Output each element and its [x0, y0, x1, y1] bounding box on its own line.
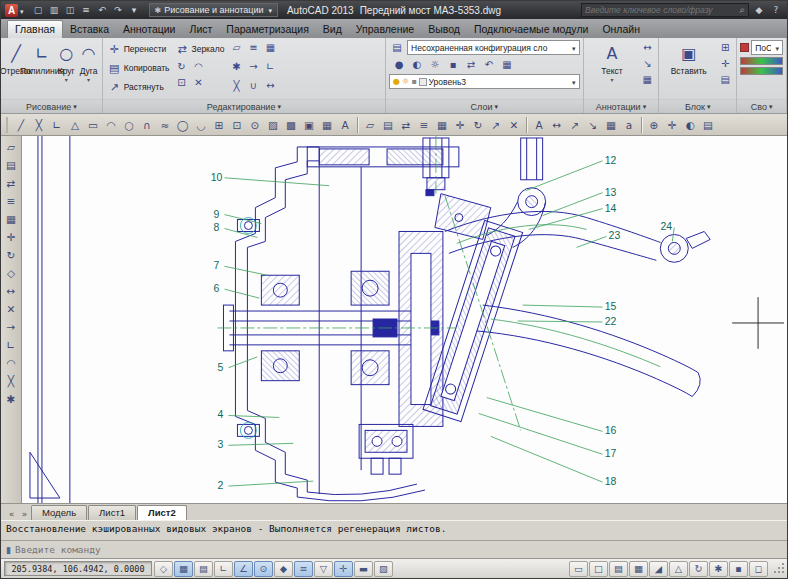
- leader-icon[interactable]: ↘: [584, 116, 602, 134]
- customize-quick-access-icon[interactable]: ▾: [127, 3, 142, 17]
- erase-icon[interactable]: ▱: [361, 116, 379, 134]
- polygon-icon[interactable]: △: [66, 116, 84, 134]
- mirror-icon[interactable]: ⇄: [397, 116, 415, 134]
- mirror-icon[interactable]: ⇄: [2, 174, 20, 191]
- arc-button[interactable]: ◠ Дуга ▾: [78, 40, 98, 97]
- osnap3d-toggle[interactable]: ◆: [274, 561, 293, 577]
- multileader-icon[interactable]: ↘: [639, 56, 655, 71]
- offset-icon[interactable]: ≡: [415, 116, 433, 134]
- quickview-layouts-button[interactable]: ▤: [609, 561, 628, 577]
- layer-match-icon[interactable]: ⇄: [463, 57, 479, 72]
- panel-label-draw[interactable]: Рисование: [1, 99, 102, 113]
- rotate-icon[interactable]: ↻: [2, 246, 20, 263]
- cleanscreen-button[interactable]: ◻: [749, 561, 768, 577]
- copy-icon[interactable]: ▤: [2, 156, 20, 173]
- dimension-icon[interactable]: ↔: [639, 40, 655, 55]
- toolbar-grip[interactable]: [6, 117, 9, 133]
- layer-walk-icon[interactable]: ▦: [499, 57, 515, 72]
- break-icon[interactable]: ∟: [263, 59, 279, 74]
- chamfer-icon[interactable]: ╳: [229, 78, 245, 93]
- tab-output[interactable]: Вывод: [421, 21, 467, 38]
- rectangle-icon[interactable]: ▭: [84, 116, 102, 134]
- move-icon[interactable]: ✛: [451, 116, 469, 134]
- dyn-toggle[interactable]: ✛: [334, 561, 353, 577]
- extend-icon[interactable]: →: [246, 59, 262, 74]
- exchange-icon[interactable]: ◆: [752, 3, 766, 17]
- model-space-button[interactable]: ▭: [569, 561, 588, 577]
- tab-manage[interactable]: Управление: [349, 21, 421, 38]
- drawing-canvas[interactable]: 109876543212131423241522161718: [22, 136, 787, 503]
- revcloud-icon[interactable]: ∩: [138, 116, 156, 134]
- tab-annotate[interactable]: Аннотации: [116, 21, 183, 38]
- array-icon[interactable]: ▦: [263, 40, 279, 55]
- properties-palette-icon[interactable]: ▤: [699, 116, 717, 134]
- layer-lock-tool-icon[interactable]: ▪: [445, 57, 461, 72]
- layout-tab-model[interactable]: Модель: [31, 505, 87, 520]
- mirror-button[interactable]: ⇄ Зеркало: [174, 40, 227, 58]
- tab-plugins[interactable]: Подключаемые модули: [467, 21, 595, 38]
- stretch-button[interactable]: ↗ Растянуть: [106, 78, 172, 96]
- transparency-toggle[interactable]: ▨: [374, 561, 393, 577]
- insert-block-icon[interactable]: ⊞: [210, 116, 228, 134]
- rotate-icon[interactable]: ↻: [174, 59, 190, 74]
- workspace-dropdown[interactable]: ✱ Рисование и аннотации: [149, 3, 279, 17]
- panel-label-layers[interactable]: Слои: [386, 99, 583, 113]
- scale-icon[interactable]: ⊡: [174, 75, 190, 90]
- lwt-toggle[interactable]: ▬: [354, 561, 373, 577]
- plot-icon[interactable]: ≡: [79, 3, 94, 17]
- first-layout-icon[interactable]: «: [5, 507, 18, 520]
- autoscale-button[interactable]: ↻: [689, 561, 708, 577]
- search-input[interactable]: [585, 5, 739, 15]
- spline-icon[interactable]: ≈: [156, 116, 174, 134]
- pan-icon[interactable]: ✛: [663, 116, 681, 134]
- polar-toggle[interactable]: ∠: [234, 561, 253, 577]
- fillet-icon[interactable]: ◠: [2, 354, 20, 371]
- annotation-visibility-button[interactable]: △: [669, 561, 688, 577]
- rotate-icon[interactable]: ↻: [469, 116, 487, 134]
- infer-constraints-toggle[interactable]: ◇: [154, 561, 173, 577]
- stretch-icon[interactable]: ↔: [2, 282, 20, 299]
- undo-icon[interactable]: ↶: [95, 3, 110, 17]
- offset-icon[interactable]: ≡: [246, 40, 262, 55]
- dim-aligned-icon[interactable]: ↗: [566, 116, 584, 134]
- orbit-icon[interactable]: ◐: [681, 116, 699, 134]
- command-input-row[interactable]: ▮: [1, 540, 787, 558]
- line-icon[interactable]: ╱: [12, 116, 30, 134]
- arc-icon[interactable]: ◠: [102, 116, 120, 134]
- join-icon[interactable]: ∪: [246, 78, 262, 93]
- circle-button[interactable]: ○ Круг ▾: [56, 40, 76, 97]
- explode-icon[interactable]: ✱: [229, 59, 245, 74]
- layer-previous-icon[interactable]: ↶: [481, 57, 497, 72]
- layer-freeze-icon[interactable]: ☼: [427, 57, 443, 72]
- copy-icon[interactable]: ▤: [379, 116, 397, 134]
- ducs-toggle[interactable]: ▽: [314, 561, 333, 577]
- text-button[interactable]: A Текст ▾: [587, 40, 638, 97]
- edit-block-icon[interactable]: ✛: [717, 56, 733, 71]
- panel-label-properties[interactable]: Сво: [737, 99, 786, 113]
- qnew-icon[interactable]: ▢: [31, 3, 46, 17]
- linetype-chip[interactable]: [740, 57, 783, 65]
- polyline-icon[interactable]: ∟: [48, 116, 66, 134]
- coordinates-display[interactable]: 205.9384, 106.4942, 0.0000: [4, 561, 152, 576]
- erase-icon[interactable]: ▱: [229, 40, 245, 55]
- object-color-dropdown[interactable]: ПоС: [751, 40, 783, 55]
- command-input[interactable]: [15, 544, 782, 555]
- array-icon[interactable]: ▦: [433, 116, 451, 134]
- layout-tab-list1[interactable]: Лист1: [88, 505, 136, 520]
- tab-layout[interactable]: Лист: [183, 21, 220, 38]
- application-menu-button[interactable]: A: [5, 4, 24, 17]
- panel-label-block[interactable]: Блок: [659, 99, 736, 113]
- ellipse-arc-icon[interactable]: ◡: [192, 116, 210, 134]
- mtext-icon[interactable]: A: [336, 116, 354, 134]
- break-icon[interactable]: ∟: [2, 336, 20, 353]
- grid-toggle[interactable]: ▤: [194, 561, 213, 577]
- point-icon[interactable]: ⊙: [246, 116, 264, 134]
- annotation-scale-button[interactable]: ◢: [649, 561, 668, 577]
- erase-icon[interactable]: ▱: [2, 138, 20, 155]
- explode-icon[interactable]: ✱: [2, 390, 20, 407]
- create-block-icon[interactable]: ⊞: [717, 40, 733, 55]
- circle-icon[interactable]: ○: [120, 116, 138, 134]
- command-history[interactable]: Восстановление кэшированных видовых экра…: [1, 521, 787, 540]
- help-icon[interactable]: ?: [769, 3, 783, 17]
- make-block-icon[interactable]: ⊡: [228, 116, 246, 134]
